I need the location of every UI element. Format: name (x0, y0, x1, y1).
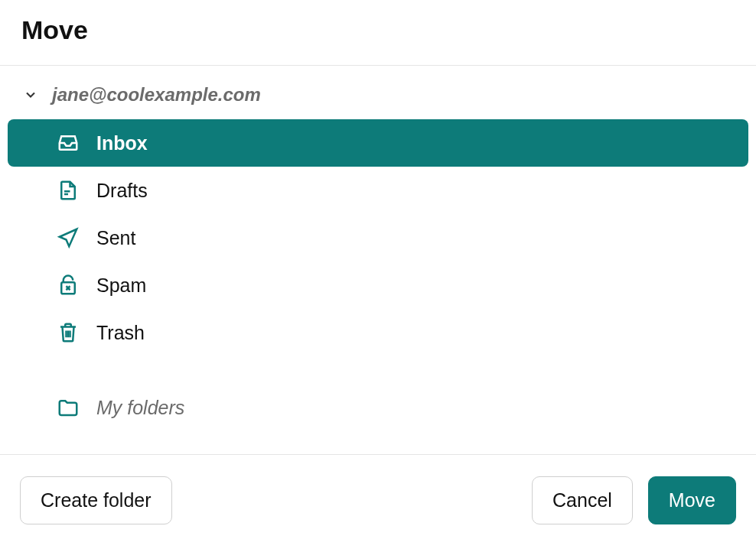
chevron-down-icon (23, 87, 38, 102)
folder-label: Spam (96, 274, 146, 297)
document-icon (57, 179, 80, 202)
trash-icon (57, 321, 80, 344)
account-row[interactable]: jane@coolexample.com (8, 75, 748, 119)
folder-label: Sent (96, 227, 135, 249)
cancel-button[interactable]: Cancel (532, 476, 633, 524)
folder-icon (57, 396, 80, 419)
section-gap (8, 356, 748, 384)
folder-item-myfolders[interactable]: My folders (8, 384, 748, 431)
folder-label: Inbox (96, 132, 148, 154)
folder-item-trash[interactable]: Trash (8, 309, 748, 356)
create-folder-button[interactable]: Create folder (20, 476, 172, 524)
paperplane-icon (57, 226, 80, 249)
spam-icon (57, 274, 80, 297)
dialog-title: Move (21, 15, 735, 45)
inbox-icon (57, 132, 80, 154)
account-email: jane@coolexample.com (52, 84, 261, 106)
folder-item-sent[interactable]: Sent (8, 214, 748, 261)
folder-item-drafts[interactable]: Drafts (8, 167, 748, 214)
folder-label: Trash (96, 322, 145, 344)
move-button[interactable]: Move (648, 476, 736, 524)
folder-item-spam[interactable]: Spam (8, 261, 748, 309)
folder-list: Inbox Drafts Sent Spam (8, 119, 748, 431)
folder-label: Drafts (96, 180, 148, 202)
myfolders-label: My folders (96, 397, 184, 419)
folder-item-inbox[interactable]: Inbox (8, 119, 748, 167)
